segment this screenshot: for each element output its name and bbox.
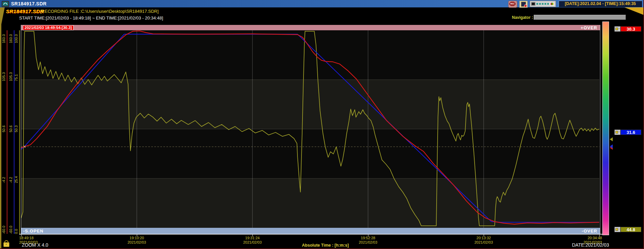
readout-ch2[interactable]: 31.6: [614, 130, 641, 135]
color-scale-bar[interactable]: [602, 22, 609, 235]
record-button[interactable]: REC: [508, 1, 517, 8]
readout-value: 31.6: [620, 130, 641, 135]
ch3-marker: [610, 137, 613, 141]
ch1-axis-tick: 105.3: [2, 72, 6, 81]
time-mode: Absolute Time : [h:m:s]: [288, 243, 362, 248]
ch3-axis-tick: 100.0: [14, 34, 18, 43]
status-date: DATE:2021/02/03: [572, 242, 609, 248]
readout-chip-icon[interactable]: [614, 130, 620, 135]
pc-link-button[interactable]: [530, 1, 556, 7]
navigator-scrollbar[interactable]: [534, 15, 626, 20]
time-tick: [599, 235, 600, 237]
over-minus-label: -OVER: [582, 228, 597, 234]
status-bar: ZOOM X 4.0 Absolute Time : [h:m:s] DATE:…: [0, 242, 644, 248]
title-bar[interactable]: SR184917.SDR REC [DATE]:2021.02.04 - [TI…: [0, 0, 644, 7]
link-dot: [539, 3, 541, 5]
time-tick: [137, 235, 137, 237]
ch2-axis-tick: 50.6: [9, 125, 13, 132]
card-disabled-badge: [524, 4, 527, 7]
time-axis-line: [19, 234, 602, 235]
window-title: SR184917.SDR: [11, 1, 47, 6]
recorder-monitor-icon: [550, 2, 554, 6]
link-dot: [545, 3, 546, 5]
ch3-axis-tick: 75.1: [14, 74, 18, 81]
readout-chip-icon[interactable]: [614, 26, 620, 32]
time-tick: [21, 235, 22, 237]
readout-value: 30.3: [620, 26, 641, 32]
over-plus-label: +OVER: [581, 25, 597, 30]
ch1-axis-tick: -4.2: [2, 177, 6, 183]
corner-decoration: [625, 7, 643, 15]
file-logo: SR184917.SDR: [6, 8, 44, 14]
svg-text:×: ×: [23, 144, 26, 149]
readout-ch1[interactable]: 30.3: [614, 26, 641, 32]
link-dot: [547, 3, 549, 5]
ch3-axis-tick: 50.3: [14, 125, 18, 132]
readout-value: 44.8: [620, 227, 641, 232]
ch2-axis-tick: 160.0: [9, 34, 13, 43]
ch3-axis-tick: 25.4: [14, 176, 18, 183]
app-icon: [2, 1, 9, 7]
ch2-axis-tick: -60.0: [9, 226, 13, 234]
sensor-open-band: -S.OPEN -OVER: [21, 228, 600, 234]
ch1-axis-line: [7, 30, 7, 234]
navigator-label: Navigator :: [512, 15, 533, 20]
app-window: SR184917.SDR REC [DATE]:2021.02.04 - [TI…: [0, 0, 644, 249]
time-tick: [484, 235, 484, 237]
ch1-axis-tick: 50.6: [2, 125, 6, 132]
ch2-axis-tick: 105.3: [9, 72, 13, 81]
over-range-band: 2021/02/03 18:49:54-[30.3] +OVER: [21, 25, 600, 30]
pc-monitor-icon: [531, 2, 535, 6]
readout-chip-icon[interactable]: [614, 227, 620, 232]
ch2-axis-tick: -4.2: [9, 177, 13, 183]
link-dot: [542, 3, 544, 5]
time-tick: [368, 235, 368, 237]
memory-card-button[interactable]: [519, 1, 528, 8]
readout-ch3[interactable]: 44.8: [614, 227, 641, 232]
link-dot: [536, 3, 538, 5]
ch1-axis-tick: 160.0: [2, 34, 6, 43]
ch2-marker: [610, 144, 613, 148]
value-axes: 160.0105.350.6-4.2-60.0160.0105.350.6-4.…: [0, 25, 21, 235]
recording-file-path: [RECORDING FILE :C:\Users\user\Desktop\S…: [40, 9, 159, 14]
rec-icon: REC: [509, 2, 516, 6]
time-tick: [252, 235, 253, 237]
ch3-axis-tick: 0.0: [14, 229, 18, 234]
zoom-level: ZOOM X 4.0: [22, 242, 48, 248]
ch3-axis-line: [19, 30, 20, 234]
time-range-text: START TIME:[2021/02/03 - 18:49:18] ~ END…: [19, 15, 163, 21]
chart-area[interactable]: 2021/02/03 18:49:54-[30.3] +OVER × -S.OP…: [21, 25, 600, 234]
plot-area[interactable]: ×: [21, 30, 599, 228]
lock-icon[interactable]: [3, 242, 9, 247]
cursor-readout: 2021/02/03 18:49:54-[30.3]: [23, 25, 74, 30]
system-datetime: [DATE]:2021.02.04 - [TIME]:15:49:35: [559, 1, 642, 7]
ch1-axis-tick: -60.0: [2, 226, 6, 234]
s-open-label: -S.OPEN: [23, 228, 43, 234]
